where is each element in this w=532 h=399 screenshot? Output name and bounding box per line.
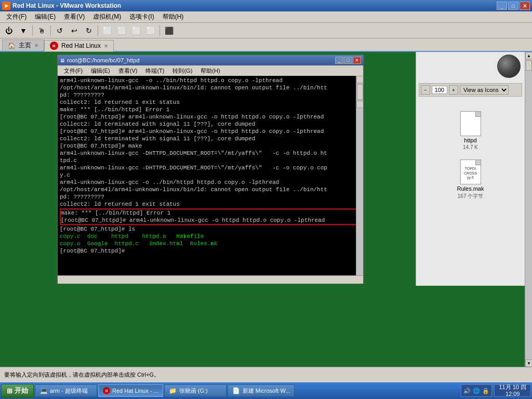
zoom-plus-btn[interactable]: + xyxy=(449,85,458,95)
minimize-button[interactable]: _ xyxy=(497,2,507,10)
vm-close-btn[interactable]: ✕ xyxy=(353,57,361,64)
title-bar: ▶ Red Hat Linux - VMware Workstation _ □… xyxy=(0,0,532,11)
app-title: Red Hat Linux - VMware Workstation xyxy=(12,2,121,9)
tab-home[interactable]: 🏠 主页 ✕ xyxy=(2,39,44,51)
taskbar-item-redhat[interactable]: R Red Hat Linux - ... xyxy=(98,384,163,397)
outer-scroll-up[interactable]: ▲ xyxy=(525,52,532,59)
terminal-taskbar-icon: 💻 xyxy=(39,387,48,395)
decorative-ball xyxy=(497,55,521,78)
tool-refresh-btn[interactable]: ↺ xyxy=(53,24,66,37)
tab-vm-close[interactable]: ✕ xyxy=(104,43,108,49)
folder-taskbar-icon: 📁 xyxy=(169,387,177,395)
zoom-minus-btn[interactable]: − xyxy=(421,85,430,95)
corner-fold-2 xyxy=(475,160,481,165)
windows-logo: ⊞ xyxy=(7,387,12,395)
term-highlighted-1: make: *** [../bin/httpd] Error 1 xyxy=(61,209,360,217)
scroll-up-btn[interactable]: ▲ xyxy=(356,76,363,83)
menu-bar: 文件(F) 编辑(E) 查看(V) 虚拟机(M) 选项卡(I) 帮助(H) xyxy=(0,11,532,23)
term-line-9: collect2: ld terminated with signal 11 [… xyxy=(60,135,361,142)
app-icon: ▶ xyxy=(2,2,10,10)
tray-icon-2: 🌐 xyxy=(473,388,480,394)
taskbar-item-folder[interactable]: 📁 张晓函 (G:) xyxy=(164,384,227,397)
menu-tabs[interactable]: 选项卡(I) xyxy=(125,11,158,22)
menu-file[interactable]: 文件(F) xyxy=(2,11,31,22)
menu-help[interactable]: 帮助(H) xyxy=(158,11,188,22)
file-name-rules: Rules.mak xyxy=(457,185,484,192)
menu-view[interactable]: 查看(V) xyxy=(60,11,89,22)
taskbar-item-word[interactable]: 📄 新建 Microsoft W... xyxy=(228,384,295,397)
outer-scrollbar[interactable]: ▲ ▼ xyxy=(525,52,532,367)
start-button[interactable]: ⊞ 开始 xyxy=(1,384,34,397)
scroll-thumb[interactable] xyxy=(357,84,363,100)
file-icon-rules[interactable]: TOPDICROSSγγ·δ Rules.mak 167 个字节 xyxy=(455,157,486,202)
tool-forward-btn[interactable]: ↻ xyxy=(82,24,96,37)
term-menu-edit[interactable]: 编辑(E) xyxy=(87,66,114,75)
word-taskbar-icon: 📄 xyxy=(232,387,241,395)
status-message: 要将输入定向到该虚拟机，请在虚拟机内部单击或按 Ctrl+G。 xyxy=(4,371,159,379)
menu-edit[interactable]: 编辑(E) xyxy=(31,11,60,22)
term-menu-terminal[interactable]: 终端(T) xyxy=(141,66,168,75)
term-menu-help[interactable]: 帮助(H) xyxy=(196,66,224,75)
term-line-7: collect2: ld terminated with signal 11 [… xyxy=(60,121,361,128)
toolbar-separator-1 xyxy=(32,25,33,36)
tool-view1-btn[interactable]: ⬜ xyxy=(100,24,114,37)
file-content-preview: TOPDICROSSγγ·δ xyxy=(463,166,478,181)
taskbar-label-redhat: Red Hat Linux - ... xyxy=(112,388,158,394)
tool-screen-btn[interactable]: ⬛ xyxy=(162,24,176,37)
term-line-final: [root@BC 07_httpd]# xyxy=(60,247,361,255)
term-line-5: make: *** [../bin/httpd] Error 1 xyxy=(60,106,361,113)
tool-view2-btn[interactable]: ⬜ xyxy=(115,24,128,37)
term-line-1: arm4l-unknown-linux-gcc -o ../bin/httpd … xyxy=(60,77,361,84)
terminal-icon: 🖥 xyxy=(60,58,65,63)
clock-display: 11月 10 四 12:09 xyxy=(494,384,531,397)
term-menu-view[interactable]: 查看(V) xyxy=(114,66,142,75)
terminal-content[interactable]: arm4l-unknown-linux-gcc -o ../bin/httpd … xyxy=(58,76,363,275)
file-icon-httpd[interactable]: httpd 14.7 K xyxy=(458,109,483,152)
close-button[interactable]: ✕ xyxy=(520,2,530,10)
taskbar-label-folder: 张晓函 (G:) xyxy=(179,387,208,395)
term-line-ls-prompt: [root@BC 07_httpd]# ls xyxy=(60,225,361,233)
tool-back-btn[interactable]: ↩ xyxy=(68,24,81,37)
main-content: 🖥 root@BC:/home/bc/07_httpd _ □ ✕ 文件(F) … xyxy=(0,52,532,367)
terminal-scrollbar[interactable]: ▲ ▼ xyxy=(356,76,363,275)
tool-view4-btn[interactable]: ⬜ xyxy=(144,24,157,37)
taskbar-item-terminal[interactable]: 💻 arm - 超级终端 xyxy=(35,384,97,397)
term-line-16: /opt/host/arm4l/arm4l-unknown-linux/bin/… xyxy=(60,186,361,193)
term-menu-file[interactable]: 文件(F) xyxy=(60,66,87,75)
outer-scroll-down[interactable]: ▼ xyxy=(525,360,532,367)
file-size-rules: 167 个字节 xyxy=(458,193,483,200)
vm-title-buttons: _ □ ✕ xyxy=(335,57,361,64)
file-size-httpd: 14.7 K xyxy=(463,144,478,150)
view-mode-select[interactable]: View as Icons xyxy=(460,85,509,95)
menu-vm[interactable]: 虚拟机(M) xyxy=(89,11,125,22)
term-menu-goto[interactable]: 转到(G) xyxy=(168,66,196,75)
term-line-ls-1: copy.c doc httpd httpd.o Makefile xyxy=(60,233,361,240)
tab-vm-label: Red Hat Linux xyxy=(61,42,101,49)
clock-content: 11月 10 四 12:09 xyxy=(499,384,526,397)
term-line-6: [root@BC 07_httpd]# arm4l-unknown-linux-… xyxy=(60,113,361,121)
outer-scroll-thumb[interactable] xyxy=(526,60,532,71)
term-line-4: collect2: ld returned 1 exit status xyxy=(60,99,361,106)
right-panel: − 100 + View as Icons httpd 14.7 K xyxy=(416,52,525,286)
maximize-button[interactable]: □ xyxy=(508,2,518,10)
vm-title-text: root@BC:/home/bc/07_httpd xyxy=(67,57,140,63)
corner-fold xyxy=(475,112,481,117)
file-img-httpd xyxy=(460,111,481,136)
tool-power-btn[interactable]: ⏻ xyxy=(2,24,16,37)
title-bar-left: ▶ Red Hat Linux - VMware Workstation xyxy=(2,2,121,10)
tab-vm[interactable]: R Red Hat Linux ✕ xyxy=(44,40,114,51)
term-line-11: arm4l-unknown-linux-gcc -DHTTPD_DOCUMENT… xyxy=(60,150,361,157)
tool-suspend-btn[interactable]: 🖱 xyxy=(35,24,48,37)
title-bar-buttons: _ □ ✕ xyxy=(497,2,530,10)
vm-maximize-btn[interactable]: □ xyxy=(344,57,352,64)
tab-home-close[interactable]: ✕ xyxy=(34,43,38,48)
tab-bar: 🏠 主页 ✕ R Red Hat Linux ✕ xyxy=(0,38,532,52)
tool-view3-btn[interactable]: ⬜ xyxy=(129,24,143,37)
vm-window[interactable]: 🖥 root@BC:/home/bc/07_httpd _ □ ✕ 文件(F) … xyxy=(57,55,364,283)
tool-dropdown-arrow[interactable]: ▼ xyxy=(17,24,30,37)
vm-minimize-btn[interactable]: _ xyxy=(335,57,343,64)
highlight-block: make: *** [../bin/httpd] Error 1 [root@B… xyxy=(60,208,361,225)
bottom-status-bar: 要将输入定向到该虚拟机，请在虚拟机内部单击或按 Ctrl+G。 xyxy=(0,367,532,382)
term-line-17: pd: ????????? xyxy=(60,193,361,201)
scroll-down-btn[interactable]: ▼ xyxy=(356,101,363,108)
